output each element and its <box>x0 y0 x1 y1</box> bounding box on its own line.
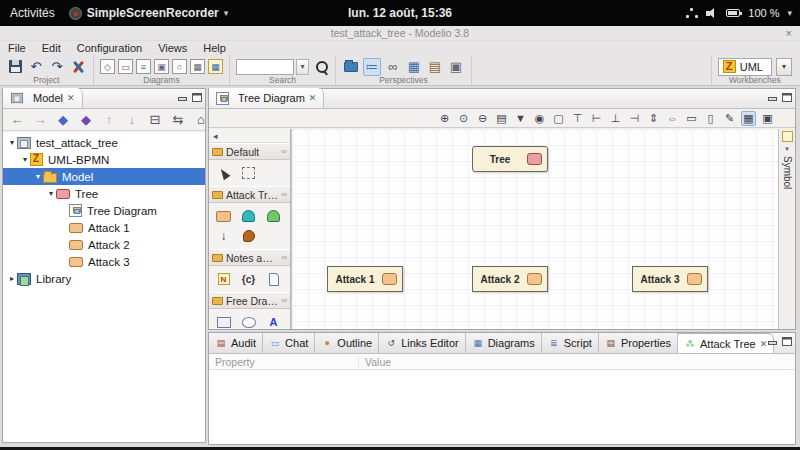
maximize-bottom-panel-icon[interactable] <box>782 336 791 345</box>
tab-attack-tree[interactable]: ⁂Attack Tree✕ <box>678 333 774 353</box>
usecase-diagram-icon[interactable]: ○ <box>172 59 187 74</box>
model-explorer-perspective-icon[interactable]: ≔ <box>363 58 381 76</box>
align-top-icon[interactable]: ⊤ <box>570 111 585 126</box>
column-property[interactable]: Property <box>209 356 359 368</box>
grid-toggle-icon[interactable]: ▦ <box>741 111 756 126</box>
diagram-node-attack-3[interactable]: Attack 3 <box>632 266 708 292</box>
matrix-icon[interactable]: ▦ <box>208 59 223 74</box>
previous-reference-icon[interactable]: ◆ <box>54 111 72 129</box>
tab-audit[interactable]: ▤Audit <box>209 333 263 353</box>
align-right-icon[interactable]: ⊣ <box>627 111 642 126</box>
tree-item-test-attack-tree[interactable]: ▾test_attack_tree <box>3 134 205 151</box>
zoom-out-icon[interactable]: ⊖ <box>475 111 490 126</box>
tab-outline[interactable]: ●Outline <box>315 333 379 353</box>
format-brush-icon[interactable]: ✎ <box>722 111 737 126</box>
countermeasure-tool[interactable] <box>236 226 261 246</box>
palette-section-notes-and-[interactable]: Notes and ...∞ <box>209 249 290 266</box>
activities-button[interactable]: Activités <box>10 6 55 20</box>
maximize-editor-icon[interactable] <box>782 92 791 101</box>
tree-diagram-tab-close-icon[interactable]: ✕ <box>309 93 317 103</box>
snapshot-icon[interactable]: ◉ <box>532 111 547 126</box>
tab-properties[interactable]: ▤Properties <box>599 333 678 353</box>
diagram-node-attack-2[interactable]: Attack 2 <box>472 266 548 292</box>
expand-arrow-icon[interactable]: ▾ <box>7 138 17 147</box>
tree-item-attack-1[interactable]: Attack 1 <box>3 219 205 236</box>
expand-arrow-icon[interactable]: ▾ <box>46 189 56 198</box>
tree-item-tree-diagram[interactable]: Tree Diagram <box>3 202 205 219</box>
constraint-tool[interactable]: {c} <box>236 269 261 289</box>
search-icon[interactable] <box>315 60 329 74</box>
menu-file[interactable]: File <box>0 42 34 54</box>
minimize-bottom-panel-icon[interactable] <box>767 336 776 345</box>
link-tool[interactable]: ↓ <box>211 226 236 246</box>
search-input[interactable] <box>236 59 294 75</box>
pin-icon[interactable]: ∞ <box>281 296 287 305</box>
next-reference-icon[interactable]: ◆ <box>77 111 95 129</box>
ellipse-tool[interactable] <box>236 312 261 332</box>
select-zone-icon[interactable]: ▢ <box>551 111 566 126</box>
expand-arrow-icon[interactable]: ▸ <box>7 274 17 283</box>
tab-diagrams[interactable]: ▦Diagrams <box>466 333 542 353</box>
move-up-icon[interactable]: ↑ <box>100 111 118 129</box>
palette-collapse-button[interactable]: ◂ <box>209 129 290 143</box>
diagram-canvas[interactable]: TreeAttack 1Attack 2Attack 3 <box>291 129 778 329</box>
selection-tool[interactable] <box>211 163 236 183</box>
app-menu[interactable]: SimpleScreenRecorder ▾ <box>69 6 229 20</box>
menu-help[interactable]: Help <box>195 42 234 54</box>
clock[interactable]: lun. 12 août, 15:36 <box>348 6 452 20</box>
tree-item-attack-2[interactable]: Attack 2 <box>3 236 205 253</box>
diagram-node-tree[interactable]: Tree <box>472 146 548 172</box>
network-icon[interactable] <box>686 8 698 18</box>
palette-section-attack-tree[interactable]: Attack Tree∞ <box>209 186 290 203</box>
pin-icon[interactable]: ∞ <box>281 147 287 156</box>
menu-edit[interactable]: Edit <box>34 42 69 54</box>
settings-tools-icon[interactable] <box>69 58 87 76</box>
document-tool[interactable] <box>261 269 286 289</box>
attack-node-tool[interactable] <box>211 206 236 226</box>
pin-icon[interactable]: ∞ <box>281 253 287 262</box>
window-close-button[interactable]: × <box>786 26 792 41</box>
pin-icon[interactable]: ∞ <box>281 190 287 199</box>
collapse-all-icon[interactable]: ⊟ <box>146 111 164 129</box>
page-layout-icon[interactable]: ▣ <box>760 111 775 126</box>
symbol-side-tab[interactable]: ▾ Symbol <box>778 129 795 329</box>
rectangle-tool[interactable] <box>211 312 236 332</box>
object-diagram-icon[interactable]: ▦ <box>190 59 205 74</box>
or-gate-tool[interactable] <box>261 206 286 226</box>
text-tool[interactable]: A <box>261 312 286 332</box>
palette-section-default[interactable]: Default∞ <box>209 143 290 160</box>
zoom-original-icon[interactable]: ⊙ <box>456 111 471 126</box>
tab-script[interactable]: ≣Script <box>542 333 599 353</box>
zoom-in-icon[interactable]: ⊕ <box>437 111 452 126</box>
center-horizontal-icon[interactable]: ⇔ <box>665 111 680 126</box>
expand-arrow-icon[interactable]: ▾ <box>20 155 30 164</box>
tree-item-attack-3[interactable]: Attack 3 <box>3 253 205 270</box>
save-diagram-icon[interactable]: ▼ <box>513 111 528 126</box>
back-icon[interactable]: ← <box>8 111 26 129</box>
volume-icon[interactable] <box>706 8 718 19</box>
workbench-selector[interactable]: UML <box>718 58 772 76</box>
redo-icon[interactable]: ↷ <box>48 58 66 76</box>
grid-perspective-icon[interactable]: ▦ <box>405 58 423 76</box>
class-diagram-icon[interactable]: ◇ <box>100 59 115 74</box>
column-value[interactable]: Value <box>359 356 391 368</box>
battery-icon[interactable] <box>726 9 740 17</box>
tree-item-library[interactable]: ▸Library <box>3 270 205 287</box>
minimize-editor-icon[interactable] <box>767 92 776 101</box>
marquee-tool[interactable] <box>236 163 261 183</box>
search-dropdown-button[interactable]: ▾ <box>296 59 309 75</box>
package-diagram-icon[interactable]: ▭ <box>118 59 133 74</box>
property-table-body[interactable] <box>209 370 795 444</box>
center-vertical-icon[interactable]: ⇕ <box>646 111 661 126</box>
undo-icon[interactable]: ↶ <box>27 58 45 76</box>
folder-perspective-icon[interactable] <box>342 58 360 76</box>
tree-item-tree[interactable]: ▾Tree <box>3 185 205 202</box>
menu-configuration[interactable]: Configuration <box>69 42 150 54</box>
maximize-panel-icon[interactable] <box>192 92 201 101</box>
system-menu-chevron-icon[interactable]: ▾ <box>787 8 792 18</box>
diagram-node-attack-1[interactable]: Attack 1 <box>327 266 403 292</box>
same-width-icon[interactable]: ▭ <box>684 111 699 126</box>
palette-section-free-drawing[interactable]: Free Drawing∞ <box>209 292 290 309</box>
save-icon[interactable] <box>6 58 24 76</box>
link-with-editor-icon[interactable]: ⇆ <box>169 111 187 129</box>
